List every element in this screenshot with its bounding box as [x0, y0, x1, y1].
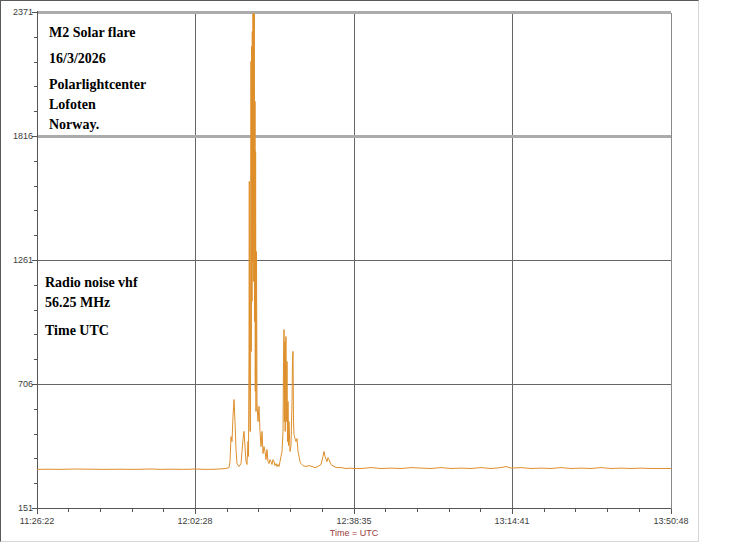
x-tick-label: 13:14:41 [480, 516, 544, 527]
site-line-1: Polarlightcenter [49, 75, 146, 95]
x-tick-label: 11:26:22 [5, 516, 69, 527]
x-tick-label: 12:02:28 [163, 516, 227, 527]
x-tick-label: 12:38:35 [322, 516, 386, 527]
y-tick-label: 151 [1, 503, 33, 514]
x-tick-label: 13:50:48 [639, 516, 703, 527]
y-tick-label: 1816 [1, 131, 33, 142]
time-standard: Time UTC [45, 321, 138, 341]
x-axis-unit-label: Time = UTC [312, 528, 396, 539]
signal-name: Radio noise vhf [45, 273, 138, 293]
annotation-block-event: M2 Solar flare 16/3/2026 Polarlightcente… [49, 23, 146, 135]
event-date: 16/3/2026 [49, 49, 146, 69]
site-line-2: Lofoten [49, 95, 146, 115]
signal-frequency: 56.25 MHz [45, 293, 138, 313]
chart-window: M2 Solar flare 16/3/2026 Polarlightcente… [0, 0, 699, 542]
site-line-3: Norway. [49, 115, 146, 135]
event-title: M2 Solar flare [49, 23, 146, 43]
annotation-block-signal: Radio noise vhf 56.25 MHz Time UTC [45, 273, 138, 341]
y-tick-label: 706 [1, 379, 33, 390]
y-tick-label: 2371 [1, 7, 33, 18]
y-tick-label: 1261 [1, 255, 33, 266]
